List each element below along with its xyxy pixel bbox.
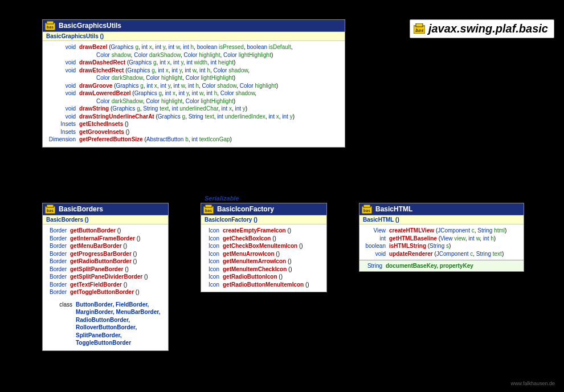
class-header: bas BasicIconFactory [201,203,326,215]
methods-list: IconcreateEmptyFrameIcon ()IcongetCheckB… [201,224,326,292]
return-type: Border [46,273,70,281]
class-icon: bas [45,205,55,215]
method-row: BordergetMenuBarBorder () [46,242,165,250]
method-row: voiddrawLoweredBezel (Graphics g, int x,… [46,89,341,97]
svg-text:bas: bas [47,209,54,213]
constructor: BasicIconFactory () [201,215,326,224]
method-sig: getRadioButtonIcon () [223,273,323,281]
return-type: void [46,59,79,67]
return-type: void [363,250,389,258]
constructor: BasicGraphicsUtils () [43,32,345,41]
method-sig: getTextFieldBorder () [70,281,165,289]
method-row: IcongetRadioButtonMenuItemIcon () [205,281,323,289]
svg-rect-4 [47,21,54,24]
return-type: void [46,89,79,97]
svg-rect-10 [205,205,212,207]
return-type: Border [46,227,70,235]
return-type: Insets [46,128,79,136]
method-sig: getEtchedInsets () [79,120,341,128]
method-sig: getInternalFrameBorder () [70,235,165,243]
class-header: bas BasicGraphicsUtils [43,20,345,32]
return-type: View [363,227,389,235]
method-sig: updateRenderer (JComponent c, String tex… [389,250,520,258]
return-type: Insets [46,120,79,128]
method-sig: getRadioButtonBorder () [70,258,165,266]
method-row: IcongetRadioButtonIcon () [205,273,323,281]
class-title: BasicGraphicsUtils [59,22,121,30]
class-box-borders: bas BasicBorders BasicBorders () Borderg… [42,203,169,351]
method-row: voiddrawBezel (Graphics g, int x, int y,… [46,43,341,51]
svg-rect-7 [47,205,54,207]
svg-text:bas: bas [415,28,424,33]
field-type: String [363,263,386,269]
method-row: IconcreateEmptyFrameIcon () [205,227,323,235]
return-type: void [46,113,79,121]
return-type: Icon [205,281,223,289]
method-row: IcongetCheckBoxMenuItemIcon () [205,242,323,250]
method-sig: getMenuBarBorder () [70,242,165,250]
method-row: BordergetSplitPaneBorder () [46,266,165,273]
return-type: Border [46,258,70,266]
svg-rect-13 [363,205,370,207]
package-icon: bas [414,23,425,36]
method-sig: drawBezel (Graphics g, int x, int y, int… [79,43,341,51]
return-type: Icon [205,227,223,235]
method-row: intgetHTMLBaseline (View view, int w, in… [363,235,520,243]
package-title: bas javax.swing.plaf.basic [410,19,554,38]
return-type: Icon [205,235,223,243]
method-sig: getHTMLBaseline (View view, int w, int h… [389,235,520,243]
method-row: BordergetButtonBorder () [46,227,165,235]
interface-label: Serializable [205,195,239,202]
method-row: BordergetSplitPaneDividerBorder () [46,273,165,281]
class-header: bas BasicBorders [43,203,168,215]
method-sig: getPreferredButtonSize (AbstractButton b… [79,136,341,144]
method-sig: getButtonBorder () [70,227,165,235]
method-row: IcongetMenuItemCheckIcon () [205,266,323,273]
svg-text:bas: bas [205,209,212,213]
method-sig: isHTMLString (String s) [389,242,520,250]
method-sig: getProgressBarBorder () [70,250,165,258]
method-sig: drawGroove (Graphics g, int x, int y, in… [79,82,341,90]
method-row: ViewcreateHTMLView (JComponent c, String… [363,227,520,235]
method-row: IcongetMenuItemArrowIcon () [205,258,323,266]
method-row: voiddrawGroove (Graphics g, int x, int y… [46,82,341,90]
method-row: voiddrawEtchedRect (Graphics g, int x, i… [46,67,341,75]
constructor: BasicBorders () [43,215,168,224]
nested-label: class [46,301,76,309]
class-icon: bas [203,205,214,215]
class-title: BasicHTML [375,205,412,213]
method-sig: drawDashedRect (Graphics g, int x, int y… [79,59,341,67]
method-sig: getMenuItemCheckIcon () [223,266,323,273]
method-sig: getMenuArrowIcon () [223,250,323,258]
class-title: BasicBorders [59,205,103,213]
methods-list: ViewcreateHTMLView (JComponent c, String… [359,224,524,258]
nested-list: ButtonBorder, FieldBorder,MarginBorder, … [76,301,165,347]
class-icon: bas [362,205,372,215]
footer-link[interactable]: www.falkhausen.de [510,381,555,386]
method-sig: createHTMLView (JComponent c, String htm… [389,227,520,235]
return-type: Border [46,250,70,258]
methods-list: voiddrawBezel (Graphics g, int x, int y,… [43,41,345,147]
return-type: void [46,43,79,51]
return-type: int [363,235,389,243]
return-type: Icon [205,266,223,273]
class-box-html: bas BasicHTML BasicHTML () ViewcreateHTM… [359,203,524,272]
return-type: Icon [205,258,223,266]
class-title: BasicIconFactory [217,205,274,213]
method-row: booleanisHTMLString (String s) [363,242,520,250]
return-type: Border [46,235,70,243]
method-row: voiddrawDashedRect (Graphics g, int x, i… [46,59,341,67]
method-row: InsetsgetGrooveInsets () [46,128,341,136]
svg-text:bas: bas [363,209,371,213]
return-type: Border [46,281,70,289]
return-type: boolean [363,242,389,250]
method-sig: drawStringUnderlineCharAt (Graphics g, S… [79,113,341,121]
class-header: bas BasicHTML [359,203,524,215]
method-cont: Color darkShadow, Color highlight, Color… [46,97,341,105]
return-type: void [46,82,79,90]
return-type: Border [46,266,70,273]
return-type: void [46,67,79,75]
method-sig: drawString (Graphics g, String text, int… [79,105,341,113]
method-sig: getGrooveInsets () [79,128,341,136]
nested-classes: class ButtonBorder, FieldBorder,MarginBo… [46,301,165,347]
